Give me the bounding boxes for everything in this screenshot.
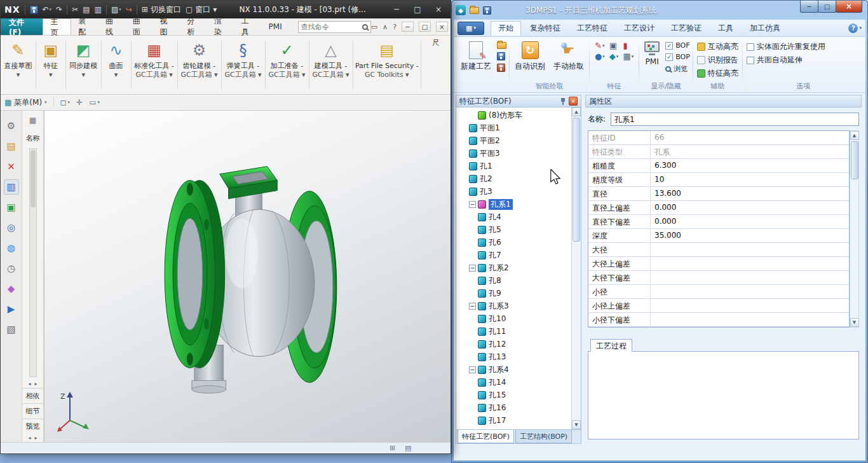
tree-item[interactable]: 孔5	[456, 223, 571, 236]
history-icon[interactable]: ◷	[4, 261, 19, 276]
nx-tab-home[interactable]: 主页	[43, 18, 71, 35]
kmps-tab-process-verify[interactable]: 工艺验证	[663, 21, 709, 36]
scrollbar-thumb[interactable]	[31, 150, 36, 207]
mdi-restore-button[interactable]: □	[419, 22, 431, 32]
help-icon[interactable]: ?	[393, 23, 397, 31]
nx-ribbon-group-part-file-security[interactable]: ▤Part File Security -GC Toolkits ▾	[355, 36, 420, 94]
property-value[interactable]: 6.300	[651, 159, 849, 172]
search-input[interactable]	[299, 22, 362, 32]
scroll-down-icon[interactable]: ▼	[572, 420, 581, 429]
property-value[interactable]: 0.000	[651, 215, 849, 228]
edit-feature-icon[interactable]: ✎▾	[595, 41, 605, 50]
tree-item[interactable]: 孔17	[456, 414, 571, 427]
navigator-columns-icon[interactable]: ▦	[29, 116, 36, 125]
browse-button[interactable]: 浏览	[665, 64, 690, 74]
collapse-left-icon[interactable]: ◂	[28, 381, 31, 387]
assembly-navigator-icon[interactable]: ▤	[4, 139, 19, 154]
restore-button[interactable]: □	[409, 3, 426, 16]
tree-item[interactable]: −孔系4	[456, 363, 571, 376]
scroll-down-icon[interactable]: ▼	[850, 318, 859, 327]
nx-ribbon-group-standard-tools-gc[interactable]: ▦标准化工具 -GC工具箱 ▾	[133, 36, 176, 94]
scroll-up-icon[interactable]: ▲	[572, 107, 581, 116]
bof-checkbox[interactable]: ✓BOF	[665, 41, 690, 50]
property-value[interactable]: 13.600	[651, 187, 849, 200]
tree-item[interactable]: −孔系3	[456, 300, 571, 312]
process-studio-icon[interactable]: ◆	[4, 281, 19, 296]
nx-tab-analysis[interactable]: 分析	[180, 18, 207, 35]
material-icon[interactable]: ▮	[623, 41, 634, 50]
kmps-tab-start[interactable]: 开始	[491, 21, 521, 36]
nx-ribbon-group-machining-prep-gc[interactable]: ✓加工准备 -GC工具箱 ▾	[267, 36, 308, 94]
close-button[interactable]: ×	[430, 3, 447, 16]
web-browser-icon[interactable]: ◍	[4, 240, 19, 256]
view-capture-icon[interactable]: ▣	[609, 41, 619, 50]
tree-item[interactable]: 平面1	[456, 121, 571, 134]
nx-ribbon-group-surface[interactable]: ∿曲面▾	[103, 36, 130, 94]
nx-tab-curve[interactable]: 曲线	[98, 18, 126, 35]
nx-ribbon-group-modeling-tools-gc[interactable]: △建模工具 -GC工具箱 ▾	[311, 36, 351, 94]
tree-item[interactable]: 孔8	[456, 274, 571, 287]
name-input[interactable]: 孔系1	[611, 113, 859, 126]
tree-item[interactable]: 孔9	[456, 287, 571, 300]
3d-viewport[interactable]: Z	[44, 111, 451, 442]
manage-icon[interactable]: ▶	[4, 301, 19, 317]
scroll-up-icon[interactable]: ▲	[850, 131, 859, 140]
hd3d-tools-icon[interactable]: ◎	[4, 220, 19, 235]
bop-checkbox[interactable]: ✓BOP	[665, 53, 690, 61]
tree-scrollbar[interactable]: ▲ ▼	[571, 107, 581, 429]
tree-item[interactable]: (8)仿形车	[456, 109, 571, 121]
restore-button[interactable]: □	[818, 1, 836, 13]
ribbon-collapse-icon[interactable]: ∧	[383, 23, 388, 31]
navigator-name-header[interactable]: 名称	[26, 134, 40, 143]
note-status-icon[interactable]: ▤	[405, 444, 411, 452]
tab-structure-bop[interactable]: 工艺结构(BOP)	[515, 430, 572, 443]
property-value[interactable]	[651, 243, 849, 256]
panel-dependencies[interactable]: 相依	[22, 388, 43, 403]
property-value[interactable]: 0.000	[651, 201, 849, 214]
panel-preview[interactable]: 预览	[22, 418, 43, 434]
menu-button[interactable]: ▦ 菜单(M) ▾	[4, 97, 47, 108]
nx-tab-tools[interactable]: 工具	[234, 18, 262, 35]
coplanar-extend-checkbox[interactable]: 共面自动延伸	[747, 55, 860, 66]
mdi-minimize-button[interactable]: ─	[402, 22, 414, 32]
mdi-close-button[interactable]: ×	[436, 22, 448, 32]
cut-icon[interactable]: ✂	[72, 5, 78, 14]
switch-window-button[interactable]: ⊞切换窗口	[142, 4, 181, 15]
nx-ribbon-group-direct-sketch[interactable]: ✎直接草图▾	[2, 36, 34, 94]
scrollbar-thumb[interactable]	[573, 118, 580, 242]
tree-item[interactable]: 平面3	[456, 147, 571, 160]
repeat-command-icon[interactable]: ↪	[126, 5, 132, 14]
property-value[interactable]	[651, 257, 849, 270]
interactive-highlight-button[interactable]: 互动高亮	[697, 41, 738, 52]
tree-expander-icon[interactable]: −	[469, 303, 476, 310]
file-menu-button[interactable]: 文件(F)	[1, 18, 43, 35]
property-value[interactable]: 孔系	[651, 145, 849, 158]
panel-details[interactable]: 细节	[22, 403, 43, 418]
tree-item[interactable]: 孔12	[456, 338, 571, 350]
tree-item[interactable]: −孔系2	[456, 261, 571, 274]
undo-icon[interactable]: ↶▾	[43, 5, 52, 14]
property-value[interactable]	[651, 299, 849, 312]
kmps-app-menu-button[interactable]: ▦ ▾	[458, 22, 484, 35]
tree-expander-icon[interactable]: −	[469, 201, 476, 208]
collapse-left-icon[interactable]: ◂	[28, 435, 31, 441]
paste-icon[interactable]: ▥	[95, 5, 102, 14]
minimize-button[interactable]: ─	[800, 1, 818, 13]
save-file-icon[interactable]	[483, 6, 491, 15]
tree-item[interactable]: 平面2	[456, 134, 571, 147]
navigator-scrollbar[interactable]	[29, 148, 37, 377]
open-process-icon[interactable]	[497, 42, 506, 49]
tree-item[interactable]: 孔16	[456, 401, 571, 414]
new-process-button[interactable]: ✎ 新建工艺	[458, 40, 494, 73]
tree-item[interactable]: 孔13	[456, 350, 571, 363]
minimize-button[interactable]: ─	[388, 3, 405, 16]
command-search[interactable]	[298, 21, 371, 33]
recognition-report-button[interactable]: 识别报告	[697, 55, 738, 66]
kmps-tab-process-design[interactable]: 工艺设计	[616, 21, 662, 36]
close-button[interactable]: ×	[836, 1, 862, 13]
nx-ribbon-group-clipped[interactable]: 尺	[423, 36, 449, 94]
copy-icon[interactable]: ▤	[83, 5, 90, 14]
selection-filter-icon[interactable]: ◻▾	[60, 98, 70, 107]
tree-item[interactable]: 孔14	[456, 376, 571, 389]
expand-right-icon[interactable]: ▸	[35, 435, 37, 441]
